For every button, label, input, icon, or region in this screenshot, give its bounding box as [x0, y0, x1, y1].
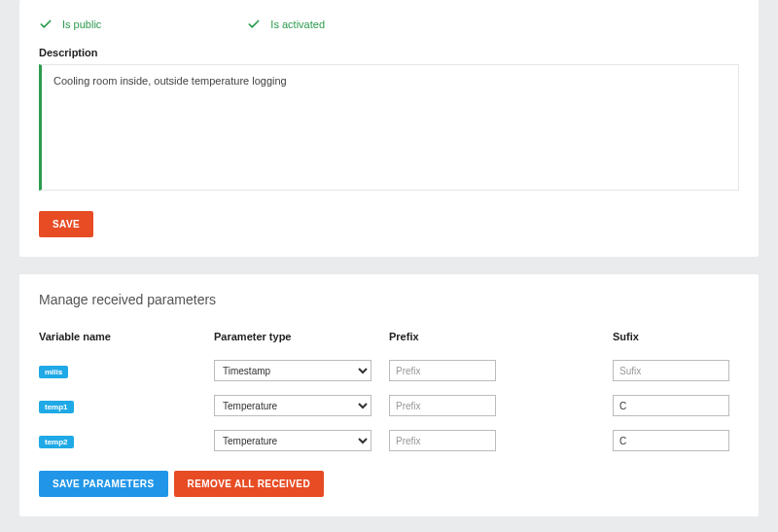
variable-cell: temp1	[39, 399, 214, 413]
parameters-buttons: SAVE PARAMETERS REMOVE ALL RECEIVED	[39, 471, 739, 497]
description-textarea[interactable]	[39, 64, 739, 191]
is-public-label: Is public	[62, 18, 101, 30]
parameters-rows: milisTimestampTemperaturetemp1TimestampT…	[39, 360, 739, 451]
prefix-input[interactable]	[389, 395, 496, 416]
check-icon	[39, 18, 53, 31]
variable-tag: milis	[39, 366, 68, 378]
parameter-type-select[interactable]: TimestampTemperature	[214, 395, 371, 416]
parameters-card: Manage received parameters Variable name…	[19, 274, 759, 516]
prefix-cell	[389, 360, 613, 381]
header-type: Parameter type	[214, 331, 389, 342]
is-activated-flag: Is activated	[247, 18, 325, 31]
remove-all-button[interactable]: REMOVE ALL RECEIVED	[174, 471, 325, 497]
type-cell: TimestampTemperature	[214, 360, 389, 381]
parameter-type-select[interactable]: TimestampTemperature	[214, 360, 371, 381]
header-variable: Variable name	[39, 331, 214, 342]
prefix-input[interactable]	[389, 430, 496, 451]
sufix-cell	[613, 395, 739, 416]
prefix-cell	[389, 395, 613, 416]
table-row: milisTimestampTemperature	[39, 360, 739, 381]
variable-tag: temp1	[39, 401, 74, 413]
parameters-header: Variable name Parameter type Prefix Sufi…	[39, 331, 739, 342]
variable-cell: milis	[39, 364, 214, 378]
type-cell: TimestampTemperature	[214, 430, 389, 451]
prefix-cell	[389, 430, 613, 451]
sufix-input[interactable]	[613, 360, 729, 381]
save-parameters-button[interactable]: SAVE PARAMETERS	[39, 471, 168, 497]
device-settings-card: Is public Is activated Description SAVE	[19, 0, 759, 257]
save-row: SAVE	[39, 211, 739, 237]
header-sufix: Sufix	[613, 331, 739, 342]
is-activated-label: Is activated	[270, 18, 325, 30]
sufix-cell	[613, 430, 739, 451]
description-label: Description	[39, 47, 739, 58]
prefix-input[interactable]	[389, 360, 496, 381]
sufix-cell	[613, 360, 739, 381]
parameters-title: Manage received parameters	[39, 292, 739, 307]
table-row: temp1TimestampTemperature	[39, 395, 739, 416]
variable-tag: temp2	[39, 436, 74, 448]
save-button[interactable]: SAVE	[39, 211, 93, 237]
is-public-flag: Is public	[39, 18, 101, 31]
variable-cell: temp2	[39, 434, 214, 448]
flags-row: Is public Is activated	[39, 18, 739, 31]
parameter-type-select[interactable]: TimestampTemperature	[214, 430, 371, 451]
check-icon	[247, 18, 261, 31]
header-prefix: Prefix	[389, 331, 613, 342]
type-cell: TimestampTemperature	[214, 395, 389, 416]
sufix-input[interactable]	[613, 430, 729, 451]
table-row: temp2TimestampTemperature	[39, 430, 739, 451]
sufix-input[interactable]	[613, 395, 729, 416]
